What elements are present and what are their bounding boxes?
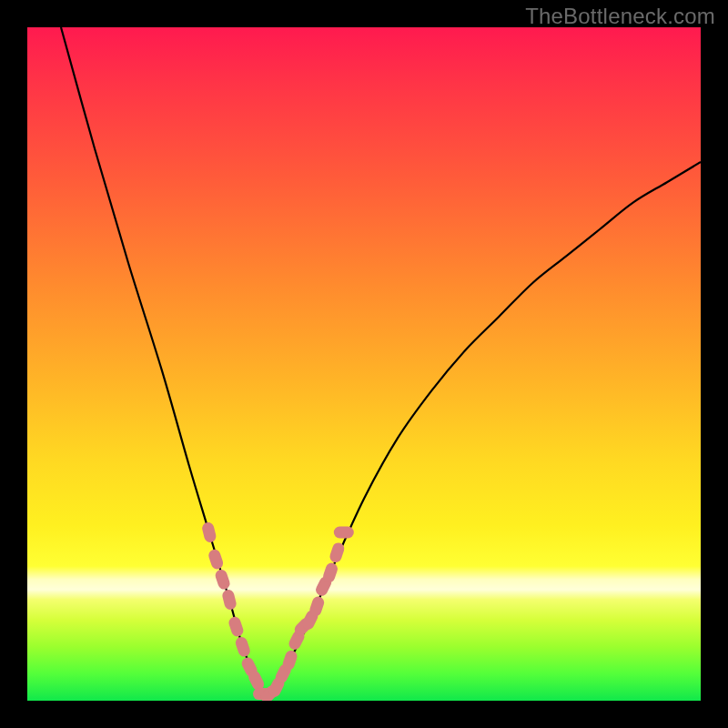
chart-container: TheBottleneck.com <box>0 0 728 728</box>
curve-layer <box>27 27 701 701</box>
data-point <box>221 589 238 611</box>
plot-area <box>27 27 701 701</box>
data-point <box>214 568 231 591</box>
data-point <box>207 548 225 571</box>
data-point <box>234 635 251 658</box>
data-point <box>201 521 217 543</box>
data-point <box>228 615 245 638</box>
bottleneck-curve-path <box>61 27 701 694</box>
data-point <box>334 527 354 539</box>
watermark-label: TheBottleneck.com <box>525 4 715 29</box>
data-points-group <box>201 521 354 701</box>
